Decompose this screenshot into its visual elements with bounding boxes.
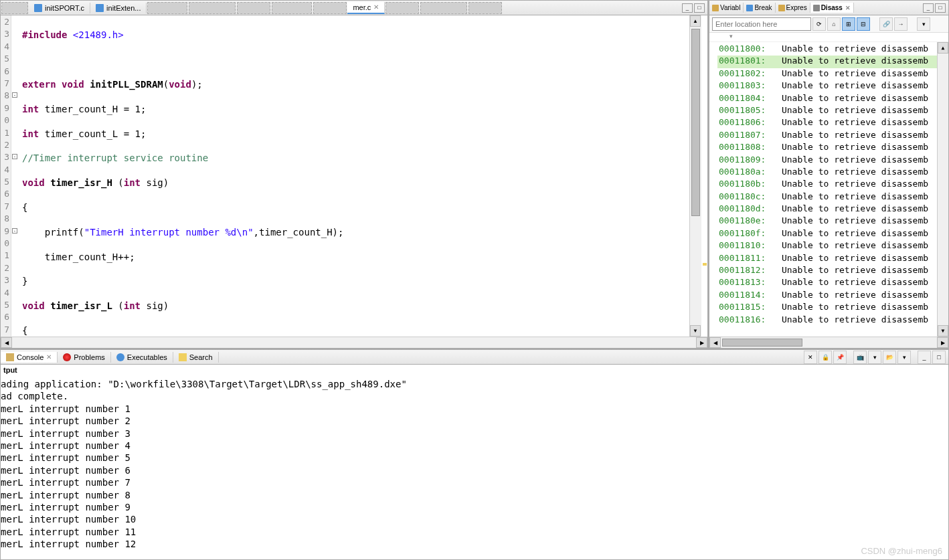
editor-panel: initSPORT.c initExten... mer.c✕ _ □ 2345… bbox=[0, 0, 708, 349]
disasm-row[interactable]: 00011800: Unable to retrieve disassemb bbox=[717, 43, 937, 56]
fold-gutter: - - - bbox=[11, 15, 19, 337]
disasm-lines[interactable]: 00011800: Unable to retrieve disassemb00… bbox=[717, 42, 937, 337]
menu-button[interactable]: ▾ bbox=[917, 17, 930, 31]
scroll-left-icon[interactable]: ◀ bbox=[709, 337, 721, 348]
disasm-scrollbar-v[interactable]: ▲ ▼ bbox=[937, 42, 948, 337]
maximize-button[interactable]: □ bbox=[694, 3, 705, 13]
disasm-toolbar: ⟳ ⌂ ⊞ ⊟ 🔗 → ▾ bbox=[709, 15, 948, 33]
disasm-row[interactable]: 00011814: Unable to retrieve disassemb bbox=[717, 290, 937, 302]
obscured-tab[interactable] bbox=[385, 2, 419, 14]
fold-marker[interactable]: - bbox=[12, 228, 17, 234]
toggle-button[interactable]: ⊟ bbox=[857, 17, 870, 31]
console-title: tput bbox=[1, 365, 948, 377]
dropdown-button[interactable]: ▾ bbox=[897, 351, 911, 364]
tab-expressions[interactable]: Expres bbox=[776, 3, 810, 13]
tab-breakpoints[interactable]: Break bbox=[744, 3, 775, 13]
code-area[interactable]: #include <21489.h> extern void initPLL_S… bbox=[19, 15, 689, 337]
pin-button[interactable]: 📌 bbox=[833, 351, 847, 364]
tab-initexten[interactable]: initExten... bbox=[90, 3, 147, 13]
editor-scrollbar-h[interactable]: ◀ ▶ bbox=[1, 337, 707, 348]
overview-ruler bbox=[701, 15, 707, 337]
disasm-row[interactable]: 00011810: Unable to retrieve disassemb bbox=[717, 240, 937, 252]
scroll-thumb[interactable] bbox=[722, 339, 802, 347]
obscured-tab[interactable] bbox=[313, 2, 347, 14]
scroll-down-icon[interactable]: ▼ bbox=[690, 325, 701, 337]
disasm-row[interactable]: 00011808: Unable to retrieve disassemb bbox=[717, 142, 937, 154]
scroll-down-icon[interactable]: ▼ bbox=[938, 325, 948, 337]
scroll-up-icon[interactable]: ▲ bbox=[938, 42, 948, 54]
home-button[interactable]: ⌂ bbox=[827, 17, 841, 31]
refresh-button[interactable]: ⟳ bbox=[812, 17, 826, 31]
minimize-button[interactable]: _ bbox=[923, 3, 934, 13]
disasm-row[interactable]: 0001180c: Unable to retrieve disassemb bbox=[717, 191, 937, 203]
obscured-tab[interactable] bbox=[147, 2, 187, 14]
console-toolbar: ✕ 🔒 📌 📺 ▾ 📂 ▾ _ □ bbox=[804, 351, 948, 364]
maximize-button[interactable]: □ bbox=[932, 351, 946, 364]
tab-search[interactable]: Search bbox=[173, 352, 219, 363]
break-icon bbox=[746, 5, 753, 11]
obscured-tab[interactable] bbox=[468, 2, 502, 14]
tab-console[interactable]: Console✕ bbox=[1, 352, 58, 363]
disasm-row[interactable]: 00011804: Unable to retrieve disassemb bbox=[717, 93, 937, 105]
scroll-lock-button[interactable]: 🔒 bbox=[818, 351, 832, 364]
fold-marker[interactable]: - bbox=[12, 154, 17, 159]
disasm-row[interactable]: 00011803: Unable to retrieve disassemb bbox=[717, 80, 937, 92]
disasm-row[interactable]: 00011812: Unable to retrieve disassemb bbox=[717, 265, 937, 277]
expres-icon bbox=[778, 5, 785, 11]
variables-icon bbox=[712, 5, 719, 11]
c-file-icon bbox=[34, 4, 42, 12]
disasm-row[interactable]: 00011813: Unable to retrieve disassemb bbox=[717, 277, 937, 289]
close-icon[interactable]: ✕ bbox=[373, 3, 379, 11]
scroll-thumb[interactable] bbox=[691, 29, 700, 216]
maximize-button[interactable]: □ bbox=[935, 3, 946, 13]
clear-button[interactable]: ✕ bbox=[804, 351, 817, 364]
fold-marker[interactable]: - bbox=[12, 92, 17, 98]
scroll-right-icon[interactable]: ▶ bbox=[937, 337, 948, 348]
tab-variables[interactable]: Variabl bbox=[709, 3, 744, 13]
link-button[interactable]: 🔗 bbox=[879, 17, 893, 31]
minimize-button[interactable]: _ bbox=[682, 3, 693, 13]
obscured-tab[interactable] bbox=[189, 2, 236, 14]
disasm-row[interactable]: 00011809: Unable to retrieve disassemb bbox=[717, 155, 937, 167]
console-output[interactable]: ading application: "D:\workfile\3308\Tar… bbox=[1, 377, 948, 559]
disasm-scrollbar-h[interactable]: ◀ ▶ bbox=[709, 337, 948, 348]
tab-executables[interactable]: Executables bbox=[111, 352, 173, 363]
close-icon[interactable]: ✕ bbox=[46, 353, 52, 361]
disasm-row[interactable]: 0001180f: Unable to retrieve disassemb bbox=[717, 228, 937, 240]
disasm-body: 00011800: Unable to retrieve disassemb00… bbox=[709, 42, 948, 337]
obscured-tab[interactable] bbox=[237, 2, 270, 14]
obscured-tab[interactable] bbox=[272, 2, 312, 14]
minimize-button[interactable]: _ bbox=[918, 351, 931, 364]
disasm-row[interactable]: 00011807: Unable to retrieve disassemb bbox=[717, 130, 937, 142]
obscured-tab[interactable] bbox=[420, 2, 467, 14]
disasm-row[interactable]: 00011806: Unable to retrieve disassemb bbox=[717, 117, 937, 129]
goto-button[interactable]: → bbox=[894, 17, 908, 31]
toggle-button[interactable]: ⊞ bbox=[842, 17, 855, 31]
tab-problems[interactable]: Problems bbox=[58, 352, 110, 363]
scroll-right-icon[interactable]: ▶ bbox=[696, 337, 707, 348]
disasm-row[interactable]: 00011815: Unable to retrieve disassemb bbox=[717, 302, 937, 314]
disasm-row[interactable]: 00011805: Unable to retrieve disassemb bbox=[717, 105, 937, 117]
tab-mer-c[interactable]: mer.c✕ bbox=[347, 2, 385, 14]
console-panel: Console✕ Problems Executables Search ✕ 🔒… bbox=[0, 349, 949, 560]
tab-initsport[interactable]: initSPORT.c bbox=[29, 3, 90, 13]
open-button[interactable]: 📂 bbox=[883, 351, 896, 364]
disasm-row[interactable]: 0001180e: Unable to retrieve disassemb bbox=[717, 215, 937, 227]
display-button[interactable]: 📺 bbox=[853, 351, 867, 364]
dropdown-button[interactable]: ▾ bbox=[868, 351, 881, 364]
tab-disassembly[interactable]: Disass✕ bbox=[810, 3, 854, 13]
disasm-row[interactable]: 0001180d: Unable to retrieve disassemb bbox=[717, 203, 937, 215]
close-icon[interactable]: ✕ bbox=[845, 5, 851, 11]
scroll-left-icon[interactable]: ◀ bbox=[1, 337, 12, 348]
disasm-row[interactable]: 00011801: Unable to retrieve disassemb bbox=[717, 56, 937, 68]
disasm-row[interactable]: 0001180a: Unable to retrieve disassemb bbox=[717, 167, 937, 179]
disasm-row[interactable]: 00011811: Unable to retrieve disassemb bbox=[717, 253, 937, 265]
obscured-tab[interactable] bbox=[1, 2, 28, 14]
scroll-up-icon[interactable]: ▲ bbox=[690, 15, 701, 27]
disasm-row[interactable]: 0001180b: Unable to retrieve disassemb bbox=[717, 179, 937, 191]
disasm-row[interactable]: 00011802: Unable to retrieve disassemb bbox=[717, 68, 937, 80]
editor-scrollbar-v[interactable]: ▲ ▼ bbox=[689, 15, 701, 337]
disasm-row[interactable]: 00011816: Unable to retrieve disassemb bbox=[717, 314, 937, 326]
editor-tabs: initSPORT.c initExten... mer.c✕ _ □ bbox=[1, 1, 707, 15]
location-input[interactable] bbox=[712, 17, 811, 31]
